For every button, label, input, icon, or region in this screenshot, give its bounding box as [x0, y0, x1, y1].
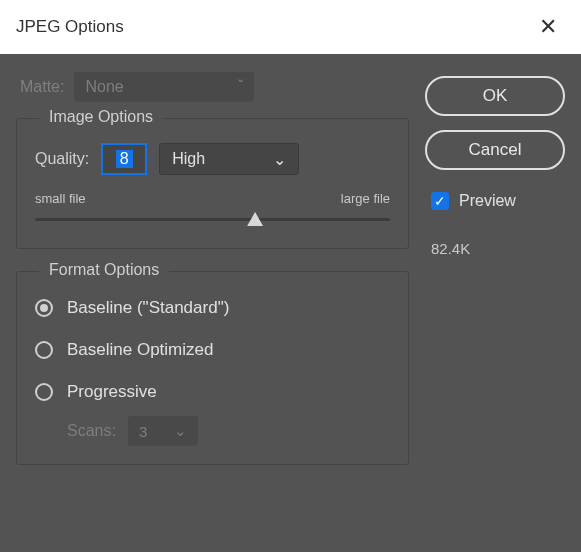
radio-label: Baseline Optimized: [67, 340, 213, 360]
format-radio-group: Baseline ("Standard") Baseline Optimized…: [35, 298, 390, 402]
dialog-content: Matte: None ˇ Image Options Quality: 8 H…: [0, 54, 581, 552]
image-options-legend: Image Options: [39, 108, 163, 126]
chevron-down-icon: ⌄: [174, 422, 187, 440]
chevron-down-icon: ⌄: [273, 150, 286, 169]
format-options-fieldset: Format Options Baseline ("Standard") Bas…: [16, 271, 409, 465]
preview-label: Preview: [459, 192, 516, 210]
scans-select[interactable]: 3 ⌄: [128, 416, 198, 446]
format-options-legend: Format Options: [39, 261, 169, 279]
matte-row: Matte: None ˇ: [16, 72, 409, 102]
titlebar: JPEG Options ✕: [0, 0, 581, 54]
slider-track: [35, 218, 390, 221]
radio-icon: [35, 341, 53, 359]
preview-row: ✓ Preview: [425, 192, 565, 210]
left-column: Matte: None ˇ Image Options Quality: 8 H…: [16, 72, 409, 534]
radio-label: Baseline ("Standard"): [67, 298, 229, 318]
quality-row: Quality: 8 High ⌄: [35, 143, 390, 175]
radio-progressive[interactable]: Progressive: [35, 382, 390, 402]
chevron-down-icon: ˇ: [238, 78, 243, 96]
preview-checkbox[interactable]: ✓: [431, 192, 449, 210]
image-options-fieldset: Image Options Quality: 8 High ⌄ small fi…: [16, 118, 409, 249]
cancel-button[interactable]: Cancel: [425, 130, 565, 170]
matte-select[interactable]: None ˇ: [74, 72, 254, 102]
matte-label: Matte:: [20, 78, 64, 96]
ok-button[interactable]: OK: [425, 76, 565, 116]
quality-preset-value: High: [172, 150, 205, 168]
slider-min-label: small file: [35, 191, 86, 206]
quality-slider[interactable]: [35, 210, 390, 230]
filesize-text: 82.4K: [425, 240, 565, 257]
slider-max-label: large file: [341, 191, 390, 206]
close-icon[interactable]: ✕: [531, 10, 565, 44]
scans-value: 3: [139, 423, 147, 440]
scans-label: Scans:: [67, 422, 116, 440]
quality-preset-select[interactable]: High ⌄: [159, 143, 299, 175]
radio-icon: [35, 299, 53, 317]
radio-baseline-standard[interactable]: Baseline ("Standard"): [35, 298, 390, 318]
quality-label: Quality:: [35, 150, 89, 168]
radio-label: Progressive: [67, 382, 157, 402]
right-column: OK Cancel ✓ Preview 82.4K: [425, 72, 565, 534]
radio-icon: [35, 383, 53, 401]
scans-row: Scans: 3 ⌄: [35, 416, 390, 446]
matte-value: None: [85, 78, 123, 96]
slider-labels: small file large file: [35, 191, 390, 206]
quality-input[interactable]: 8: [101, 143, 147, 175]
jpeg-options-dialog: JPEG Options ✕ Matte: None ˇ Image Optio…: [0, 0, 581, 552]
dialog-title: JPEG Options: [16, 17, 531, 37]
radio-baseline-optimized[interactable]: Baseline Optimized: [35, 340, 390, 360]
